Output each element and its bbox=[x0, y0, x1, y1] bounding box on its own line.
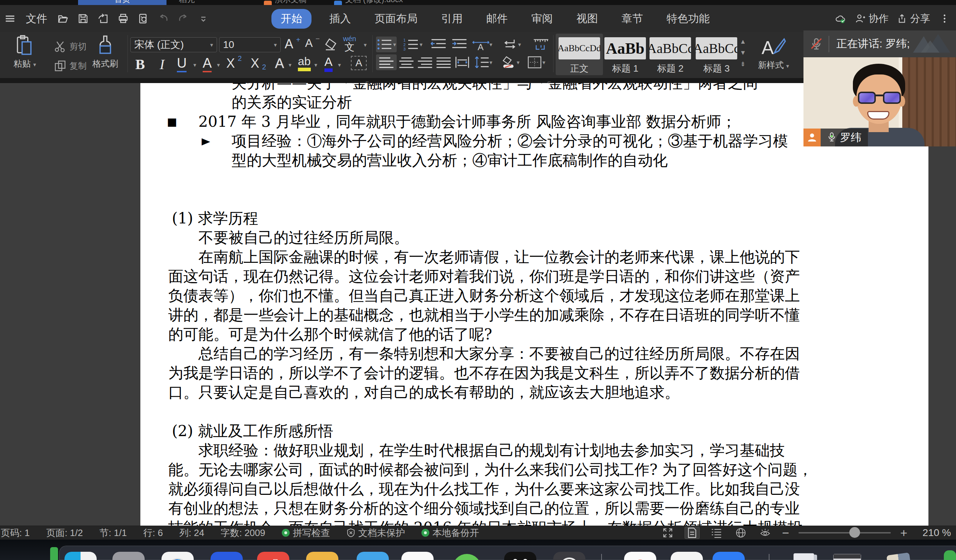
status-item-本地备份开[interactable]: 本地备份开 bbox=[421, 527, 479, 539]
page-view-button[interactable] bbox=[685, 527, 700, 539]
character-scaling-button[interactable]: A ▾ bbox=[472, 36, 493, 52]
doc-line[interactable] bbox=[140, 402, 928, 422]
doc-line[interactable]: 技能的工作机会，而在自己找工作的 2016 年的日本就职市场上，在数据分析领域进… bbox=[140, 518, 928, 525]
doc-line[interactable]: 面这句话，现在仍然记得。这位会计老师对着我们说，你们班是学日语的，和你们讲这些（… bbox=[140, 267, 928, 286]
wps-presentation-icon[interactable] bbox=[264, 1, 272, 5]
more-options-kebab-icon[interactable] bbox=[938, 12, 951, 25]
styles-scroll-down-icon[interactable]: ▼ bbox=[740, 49, 746, 57]
web-view-button[interactable] bbox=[733, 527, 748, 539]
pinyin-dropdown-icon[interactable]: ▾ bbox=[364, 41, 366, 48]
participant-role-badge[interactable] bbox=[803, 129, 821, 146]
font-name-combo[interactable]: 宋体 (正文)▾ bbox=[131, 37, 217, 52]
status-item-文档未保护[interactable]: 文档未保护 bbox=[347, 527, 405, 539]
print-preview-icon[interactable] bbox=[137, 12, 150, 25]
doc-line[interactable]: 就必须得问自己以后想做什么，现在为什么找工作，为什么要来这家公司找工作。比如我自… bbox=[140, 480, 928, 499]
cut-button[interactable]: 剪切 bbox=[54, 40, 86, 53]
doc-line[interactable]: 的可能。可是为什么那个时候就信了他的话了呢? bbox=[140, 325, 928, 344]
ribbon-tab-章节[interactable]: 章节 bbox=[616, 9, 649, 28]
doc-line[interactable]: 能。无论去哪家公司，面试的时候都会被问到，为什么来我们公司找工作? 为了回答好这… bbox=[140, 460, 928, 480]
share-button[interactable]: 分享 bbox=[896, 12, 930, 25]
fullscreen-button[interactable] bbox=[660, 527, 675, 539]
tab-document[interactable]: 文档 (修改).docx bbox=[345, 0, 481, 5]
styles-scroll-buttons[interactable]: ▲ ▼ ⇟ bbox=[740, 38, 746, 68]
style-chip-标题 3[interactable]: AaBbCc标题 3 bbox=[696, 32, 737, 78]
text-effects-button[interactable]: A bbox=[275, 56, 284, 71]
redo-icon[interactable] bbox=[177, 12, 190, 25]
doc-line[interactable]: 讲的，都是一些会计上的基础概念，也就相当于小学生的加减乘除，不存在日语班的同学听… bbox=[140, 305, 928, 325]
style-chip-标题 2[interactable]: AaBbCc标题 2 bbox=[649, 32, 691, 78]
open-folder-icon[interactable] bbox=[57, 12, 69, 25]
align-left-button[interactable] bbox=[376, 54, 397, 70]
new-style-button[interactable]: A 新样式 ▾ bbox=[758, 36, 789, 71]
decrease-indent-button[interactable] bbox=[428, 36, 449, 52]
white-app-2-icon[interactable] bbox=[671, 552, 703, 560]
minimized-window-thumb[interactable] bbox=[831, 552, 863, 560]
tab-docer[interactable]: 稻壳 bbox=[179, 0, 229, 5]
finder-icon[interactable] bbox=[64, 552, 97, 560]
underline-dropdown-icon[interactable]: ▾ bbox=[193, 61, 196, 68]
ribbon-tab-页面布局[interactable]: 页面布局 bbox=[369, 9, 423, 28]
doc-line[interactable] bbox=[140, 170, 928, 189]
font-color-button[interactable]: A bbox=[324, 55, 333, 72]
shrink-font-button[interactable]: A− bbox=[305, 36, 320, 50]
white-red-app-icon[interactable] bbox=[624, 552, 656, 560]
style-chip-正文[interactable]: AaBbCcDd正文 bbox=[558, 32, 600, 78]
font-color-dropdown-icon[interactable]: ▾ bbox=[338, 61, 341, 68]
styles-expand-icon[interactable]: ⇟ bbox=[740, 60, 745, 68]
wps-writer-icon[interactable] bbox=[334, 1, 342, 5]
notes-app-icon[interactable] bbox=[306, 552, 338, 560]
highlight-dropdown-icon[interactable]: ▾ bbox=[314, 61, 317, 68]
white-app-icon[interactable] bbox=[401, 552, 434, 560]
grow-font-button[interactable]: A+ bbox=[285, 36, 300, 52]
document-page[interactable]: 关分析——关于「金融两省的宏观关联性」与「金融省外宏观联动性」两者之间的关系的实… bbox=[140, 83, 928, 525]
justify-button[interactable] bbox=[433, 54, 454, 70]
blue-app-icon[interactable] bbox=[211, 552, 243, 560]
paste-button[interactable]: 粘贴 ▾ bbox=[14, 35, 36, 69]
ribbon-tab-特色功能[interactable]: 特色功能 bbox=[661, 9, 715, 28]
undo-icon[interactable] bbox=[157, 12, 170, 25]
meeting-overlay-window[interactable]: 正在讲话: 罗纬; bbox=[803, 30, 956, 146]
ribbon-tab-插入[interactable]: 插入 bbox=[324, 9, 357, 28]
bold-button[interactable]: B bbox=[135, 56, 145, 73]
align-center-button[interactable] bbox=[396, 54, 417, 70]
style-chip-标题 1[interactable]: AaBb标题 1 bbox=[604, 32, 646, 78]
doc-line[interactable]: 求职经验：做好职业规划，在学生时代根据自己的规划有计划地去参加实习，学习基础技 bbox=[140, 441, 928, 460]
doc-line[interactable]: 型的大型机械交易的营业收入分析；④审计工作底稿制作的自动化 bbox=[140, 151, 928, 170]
participant-video[interactable]: 罗纬 bbox=[803, 57, 956, 146]
green-app-icon[interactable] bbox=[451, 552, 483, 560]
mail-app-icon[interactable] bbox=[357, 552, 389, 560]
status-item-字数[interactable]: 字数: 2009 bbox=[220, 527, 265, 539]
bullet-list-button[interactable]: ▾ bbox=[376, 36, 397, 52]
cloud-sync-icon[interactable] bbox=[834, 12, 847, 25]
ribbon-tab-视图[interactable]: 视图 bbox=[571, 9, 604, 28]
ribbon-tab-引用[interactable]: 引用 bbox=[436, 9, 469, 28]
save-icon[interactable] bbox=[77, 12, 90, 25]
doc-line[interactable]: 总结自己的学习经历，有一条特别想和大家分享：不要被自己的过往经历所局限。不存在因 bbox=[140, 344, 928, 363]
ribbon-tab-开始[interactable]: 开始 bbox=[271, 9, 311, 28]
zoom-in-button[interactable]: + bbox=[900, 526, 907, 540]
outline-view-button[interactable] bbox=[709, 527, 724, 539]
print-icon[interactable] bbox=[117, 12, 130, 25]
microphone-muted-icon[interactable] bbox=[809, 37, 824, 51]
subscript-button[interactable]: X2 bbox=[251, 56, 266, 71]
format-painter-button[interactable]: 格式刷 bbox=[93, 35, 118, 69]
safari-icon[interactable] bbox=[162, 552, 194, 560]
doc-line[interactable]: (1) 求学历程 bbox=[140, 209, 928, 228]
doc-line[interactable]: 为我是学日语的，所以学不了会计的逻辑。也不存在因为我是文科生，所以弄不了数据分析… bbox=[140, 363, 928, 383]
align-right-button[interactable] bbox=[415, 54, 436, 70]
char-shading-button[interactable]: A bbox=[351, 56, 366, 70]
terminal-eyes-app-icon[interactable] bbox=[504, 552, 536, 560]
doc-line[interactable]: 负债表等），你们也不懂。但当自己真正进入财务分析这个领域后，才发现这位老师在那堂… bbox=[140, 286, 928, 305]
pinyin-guide-button[interactable]: wén 文 bbox=[343, 35, 356, 52]
calendar-icon[interactable]: 3月 bbox=[257, 552, 289, 560]
doc-line[interactable]: 有创业的想法，只想在财务分析的这个细分领域找到自己的位置，所以需要一份磨练自己的… bbox=[140, 499, 928, 518]
file-menu[interactable]: 文件 bbox=[24, 11, 49, 26]
ribbon-tab-审阅[interactable]: 审阅 bbox=[526, 9, 558, 28]
highlight-button[interactable]: ab bbox=[298, 55, 311, 71]
ribbon-tab-邮件[interactable]: 邮件 bbox=[481, 9, 513, 28]
char-border-button[interactable]: A bbox=[203, 56, 212, 72]
zoom-value-label[interactable]: 210 % bbox=[917, 527, 951, 538]
collaborate-button[interactable]: 协作 bbox=[855, 12, 889, 25]
eye-protection-button[interactable] bbox=[758, 527, 773, 539]
green-app-edge-icon[interactable] bbox=[944, 551, 956, 560]
